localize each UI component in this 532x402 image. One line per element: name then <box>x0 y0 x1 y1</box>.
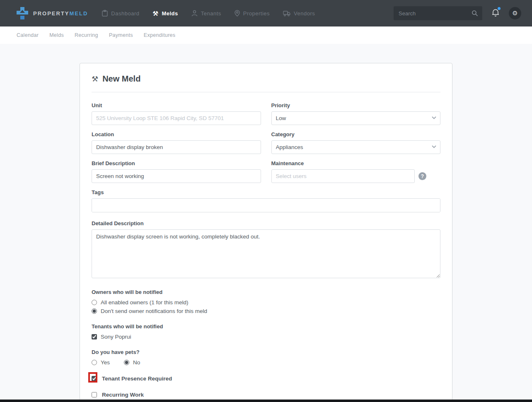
subnav-item-recurring[interactable]: Recurring <box>75 32 98 38</box>
person-icon <box>191 10 198 17</box>
subnav-item-melds[interactable]: Melds <box>49 32 64 38</box>
brand-logo: PROPERTYMELD <box>17 7 88 19</box>
tags-field[interactable] <box>92 198 440 212</box>
brief-description-field[interactable] <box>92 169 261 183</box>
search-icon <box>472 10 478 17</box>
owners-none-label: Don't send owner notifications for this … <box>101 308 207 314</box>
page-title: ⚒ New Meld <box>92 74 440 84</box>
recurring-work-checkbox[interactable] <box>92 392 97 397</box>
nav-item-dashboard[interactable]: Dashboard <box>102 10 139 17</box>
owners-notified-label: Owners who will be notified <box>92 289 440 295</box>
tags-label: Tags <box>92 189 440 195</box>
owners-none-radio[interactable] <box>92 308 97 314</box>
tenant-sony-poprui-label: Sony Poprui <box>101 334 131 340</box>
unit-label: Unit <box>92 102 261 108</box>
subnav-item-payments[interactable]: Payments <box>109 32 133 38</box>
truck-icon <box>283 10 290 17</box>
tenant-sony-poprui-checkbox[interactable] <box>92 334 97 339</box>
subnav-item-calendar[interactable]: Calendar <box>17 32 39 38</box>
brief-description-label: Brief Description <box>92 160 261 166</box>
location-field[interactable] <box>92 140 261 154</box>
map-pin-icon <box>235 10 240 17</box>
nav-item-melds[interactable]: ⚒ Melds <box>152 10 178 17</box>
unit-field[interactable] <box>92 111 261 125</box>
secondary-nav: Calendar Melds Recurring Payments Expend… <box>0 26 532 44</box>
top-navbar: PROPERTYMELD Dashboard ⚒ Melds Tenants <box>0 0 532 26</box>
screen-bottom-edge <box>0 400 532 402</box>
global-search <box>394 6 482 20</box>
subnav-item-expenditures[interactable]: Expenditures <box>144 32 176 38</box>
search-input[interactable] <box>399 10 472 17</box>
brand-text-meld: MELD <box>70 10 88 17</box>
detailed-description-label: Detailed Description <box>92 220 440 226</box>
gear-icon: ⚙ <box>512 10 517 17</box>
hammer-wrench-icon: ⚒ <box>152 10 158 17</box>
hammer-wrench-icon: ⚒ <box>92 75 98 84</box>
nav-item-properties[interactable]: Properties <box>235 10 270 17</box>
priority-label: Priority <box>271 102 441 108</box>
clipboard-icon <box>102 10 108 17</box>
nav-item-tenants[interactable]: Tenants <box>191 10 221 17</box>
main-nav: Dashboard ⚒ Melds Tenants Properties <box>102 10 315 17</box>
category-select[interactable]: Appliances <box>271 140 441 154</box>
notifications-button[interactable] <box>491 8 500 19</box>
owners-all-radio[interactable] <box>92 300 97 305</box>
pets-no-radio[interactable] <box>124 360 129 365</box>
pets-no-label: No <box>133 359 140 366</box>
category-label: Category <box>271 131 441 137</box>
notification-badge <box>498 7 501 10</box>
tenant-presence-checkbox[interactable] <box>92 376 97 381</box>
new-meld-card: ⚒ New Meld Unit Priority Low Location Ca… <box>80 63 452 402</box>
owners-all-label: All enabled owners (1 for this meld) <box>101 299 189 306</box>
settings-button[interactable]: ⚙ <box>509 7 521 19</box>
detailed-description-field[interactable]: Dishwasher display screen is not working… <box>92 229 440 278</box>
brand-text-property: PROPERTY <box>33 10 70 17</box>
help-icon[interactable]: ? <box>418 172 426 180</box>
title-divider <box>92 92 440 92</box>
pets-yes-radio[interactable] <box>92 360 97 365</box>
nav-item-vendors[interactable]: Vendors <box>283 10 315 17</box>
propertymeld-logo-icon <box>17 7 28 19</box>
priority-select[interactable]: Low <box>271 111 441 125</box>
maintenance-label: Maintenance <box>271 160 441 166</box>
tenant-presence-label: Tenant Presence Required <box>102 376 172 382</box>
pets-question-label: Do you have pets? <box>92 349 440 355</box>
location-label: Location <box>92 131 261 137</box>
pets-yes-label: Yes <box>101 359 110 366</box>
maintenance-field[interactable] <box>271 169 415 183</box>
tenants-notified-label: Tenants who will be notified <box>92 323 440 330</box>
recurring-work-label: Recurring Work <box>102 392 144 398</box>
